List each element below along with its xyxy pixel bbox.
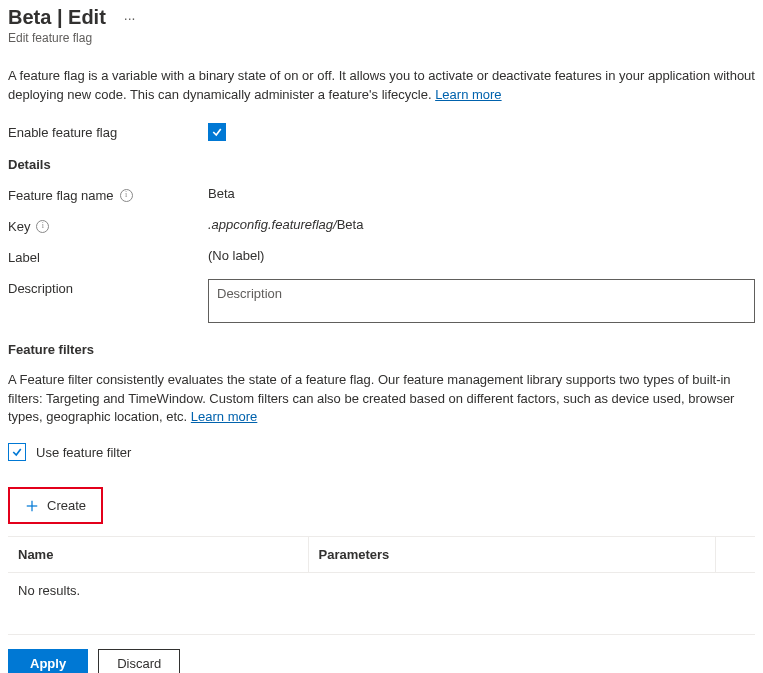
flag-name-label: Feature flag name (8, 188, 114, 203)
info-icon[interactable]: i (120, 189, 133, 202)
key-value: .appconfig.featureflag/Beta (208, 217, 755, 232)
enable-flag-checkbox[interactable] (208, 123, 226, 141)
create-button[interactable]: Create (12, 491, 99, 520)
col-params-header[interactable]: Parameters (308, 537, 715, 573)
more-actions-icon[interactable]: ··· (118, 10, 142, 26)
key-label: Key (8, 219, 30, 234)
create-highlight: Create (8, 487, 103, 524)
plus-icon (25, 499, 39, 513)
description-input[interactable] (208, 279, 755, 323)
key-name: Beta (337, 217, 364, 232)
flag-name-value: Beta (208, 186, 755, 201)
page-title: Beta | Edit (8, 6, 106, 29)
intro-text: A feature flag is a variable with a bina… (8, 67, 755, 105)
enable-flag-label: Enable feature flag (8, 123, 208, 140)
filters-table: Name Parameters No results. (8, 536, 755, 608)
col-actions-header (715, 537, 755, 573)
empty-state: No results. (8, 573, 755, 609)
checkmark-icon (211, 126, 223, 138)
apply-button[interactable]: Apply (8, 649, 88, 673)
filters-heading: Feature filters (8, 342, 755, 357)
intro-learn-more-link[interactable]: Learn more (435, 87, 501, 102)
footer: Apply Discard (8, 634, 755, 673)
col-name-header[interactable]: Name (8, 537, 308, 573)
details-heading: Details (8, 157, 755, 172)
label-value: (No label) (208, 248, 755, 263)
use-filter-checkbox[interactable] (8, 443, 26, 461)
create-button-label: Create (47, 498, 86, 513)
filters-description: A Feature filter consistently evaluates … (8, 371, 755, 428)
intro-body: A feature flag is a variable with a bina… (8, 68, 755, 102)
filters-desc-body: A Feature filter consistently evaluates … (8, 372, 734, 425)
description-label: Description (8, 279, 208, 296)
use-filter-label: Use feature filter (36, 445, 131, 460)
filters-learn-more-link[interactable]: Learn more (191, 409, 257, 424)
discard-button[interactable]: Discard (98, 649, 180, 673)
table-row: No results. (8, 573, 755, 609)
page-subtitle: Edit feature flag (8, 31, 755, 45)
label-label: Label (8, 248, 208, 265)
key-prefix: .appconfig.featureflag/ (208, 217, 337, 232)
checkmark-icon (11, 446, 23, 458)
info-icon[interactable]: i (36, 220, 49, 233)
